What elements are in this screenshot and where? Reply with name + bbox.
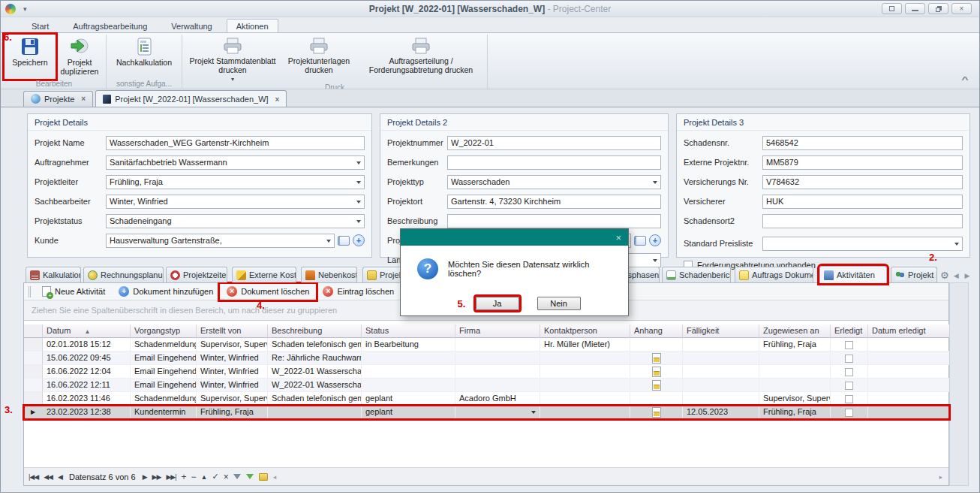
attachment-icon[interactable] [652, 380, 661, 391]
tab-schadenberichte[interactable]: Schadenberichte [662, 267, 731, 282]
tab-externe-kosten[interactable]: Externe Kosten [232, 267, 296, 282]
table-row[interactable]: 16.02.2023 11:46 Schadenmeldung Supervis… [24, 392, 949, 406]
ja-button[interactable]: Ja [476, 297, 519, 310]
attachment-icon[interactable] [652, 367, 661, 377]
tab-scroll-right-icon[interactable]: ▶ [965, 272, 970, 279]
schadensnr-input[interactable]: 5468542 [762, 136, 963, 150]
filter-panel-icon[interactable] [259, 473, 268, 481]
add-icon[interactable]: + [649, 234, 661, 246]
erledigt-checkbox[interactable] [845, 409, 853, 417]
cell-firma[interactable]: Acadoro GmbH [455, 392, 540, 406]
dialog-close-icon[interactable]: × [615, 233, 621, 243]
tab-projekt-k[interactable]: Projekt K [891, 267, 937, 282]
eintrag-loeschen-button[interactable]: ×Eintrag löschen [316, 284, 401, 300]
app-icon[interactable] [5, 4, 16, 14]
cell-anhang[interactable] [630, 365, 683, 379]
col-header-erledigt[interactable]: Erledigt [831, 324, 868, 338]
externe-projektnr-input[interactable]: MM5879 [762, 155, 963, 170]
neue-aktivitaet-button[interactable]: +Neue Aktivität [35, 284, 112, 300]
cell-faelligkeit[interactable] [683, 338, 759, 352]
stammdatenblatt-drucken-button[interactable]: Projekt Stammdatenblatt drucken ▾ [185, 35, 281, 83]
cell-anhang[interactable] [630, 379, 683, 392]
col-header-kontaktperson[interactable]: Kontaktperson [540, 324, 630, 338]
cell-kontaktperson[interactable] [540, 352, 630, 365]
cell-erstellt-von[interactable]: Winter, Winfried [197, 379, 268, 392]
speichern-button[interactable]: Speichern [5, 35, 56, 79]
projektstatus-combo[interactable]: Schadeneingang [106, 214, 365, 228]
cell-faelligkeit[interactable] [683, 392, 759, 406]
cell-status[interactable] [362, 379, 455, 392]
cell-zugewiesen-an[interactable] [759, 352, 831, 365]
cell-erledigt[interactable] [831, 406, 868, 419]
projektort-input[interactable]: Gartenstr. 4, 73230 Kirchheim [447, 195, 661, 209]
cell-zugewiesen-an[interactable]: Frühling, Fraja [759, 406, 831, 419]
cell-beschreibung[interactable]: Schaden telefonisch gemeldet [268, 392, 362, 406]
tab-projektzeiten[interactable]: Projektzeiten [166, 267, 227, 282]
tab-kalkulation[interactable]: Kalkulation [26, 267, 81, 282]
table-row[interactable]: 15.06.2022 09:45 Email Eingehend Winter,… [24, 352, 949, 365]
cell-datum[interactable]: 16.02.2023 11:46 [43, 392, 131, 406]
chevron-down-icon[interactable] [531, 411, 536, 416]
close-button[interactable]: × [951, 3, 972, 14]
projekt-duplizieren-button[interactable]: Projekt duplizieren [56, 35, 104, 79]
cell-faelligkeit[interactable] [683, 379, 759, 392]
projekt-name-input[interactable]: Wasserschaden_WEG Gartenstr-Kirchheim [106, 136, 365, 150]
restore-button[interactable] [928, 3, 948, 14]
cell-kontaktperson[interactable] [540, 379, 630, 392]
cell-anhang[interactable] [630, 392, 683, 406]
auftragserteilung-drucken-button[interactable]: Auftragserteilung / Forderungsabtretung … [357, 35, 485, 83]
col-header-firma[interactable]: Firma [455, 324, 540, 338]
cell-firma[interactable] [455, 365, 540, 379]
cell-datum-erledigt[interactable] [868, 406, 949, 419]
cell-datum-erledigt[interactable] [868, 338, 949, 352]
cell-firma[interactable] [455, 352, 540, 365]
cell-datum[interactable]: 15.06.2022 09:45 [43, 352, 131, 365]
table-row[interactable]: 16.06.2022 12:11 Email Eingehend Winter,… [24, 379, 949, 392]
cell-status[interactable] [362, 365, 455, 379]
ribbon-tab-verwaltung[interactable]: Verwaltung [161, 19, 221, 32]
nav-delete-icon[interactable]: − [191, 472, 196, 482]
nav-next-page-icon[interactable]: ▶▶ [152, 473, 161, 481]
cell-datum-erledigt[interactable] [868, 352, 949, 365]
nein-button[interactable]: Nein [537, 297, 581, 310]
erledigt-checkbox[interactable] [845, 395, 853, 403]
cell-erledigt[interactable] [831, 392, 868, 406]
cell-vorgangstyp[interactable]: Email Eingehend [131, 352, 197, 365]
nav-prev-page-icon[interactable]: ◀◀ [44, 473, 53, 481]
chevron-down-icon[interactable] [356, 220, 361, 225]
dialog-title-bar[interactable]: × [401, 229, 628, 246]
schadensort2-input[interactable] [762, 214, 963, 228]
chevron-down-icon[interactable] [653, 181, 657, 186]
standard-preisliste-combo[interactable] [762, 237, 963, 251]
erledigt-checkbox[interactable] [845, 355, 853, 363]
chevron-down-icon[interactable] [653, 259, 657, 264]
cell-beschreibung[interactable]: Re: Jährliche Rauchwarnmelderwar [268, 352, 362, 365]
cell-vorgangstyp[interactable]: Schadenmeldung [131, 392, 197, 406]
cell-kontaktperson[interactable] [540, 406, 630, 419]
table-row-selected[interactable]: ▶ 23.02.2023 12:38 Kundentermin Frühling… [24, 406, 949, 419]
tab-scroll-left-icon[interactable]: ◀ [954, 272, 959, 279]
cell-anhang[interactable] [630, 352, 683, 365]
cell-kontaktperson[interactable]: Hr. Müller (Mieter) [540, 338, 630, 352]
erledigt-checkbox[interactable] [845, 341, 853, 349]
chevron-down-icon[interactable] [326, 240, 331, 245]
erledigt-checkbox[interactable] [845, 368, 853, 376]
cell-zugewiesen-an[interactable] [759, 379, 831, 392]
col-header-beschreibung[interactable]: Beschreibung [268, 324, 362, 338]
cell-beschreibung[interactable] [268, 406, 362, 419]
cell-status[interactable]: in Bearbeitung [362, 338, 455, 352]
table-row[interactable]: 16.06.2022 12:04 Email Eingehend Winter,… [24, 365, 949, 379]
cell-status[interactable] [362, 352, 455, 365]
col-header-zugewiesen-an[interactable]: Zugewiesen an [759, 324, 831, 338]
cell-status[interactable]: geplant [362, 406, 455, 419]
toolbar-grip[interactable] [29, 286, 32, 297]
cell-erstellt-von[interactable]: Winter, Winfried [197, 365, 268, 379]
cell-vorgangstyp[interactable]: Email Eingehend [131, 365, 197, 379]
cell-beschreibung[interactable]: Schaden telefonisch gemeldet [268, 338, 362, 352]
cell-kontaktperson[interactable] [540, 392, 630, 406]
col-header-datum-erledigt[interactable]: Datum erledigt [868, 324, 949, 338]
cell-erledigt[interactable] [831, 379, 868, 392]
tab-aktivitaeten[interactable]: Aktivitäten [819, 266, 887, 283]
nachkalkulation-button[interactable]: Nachkalkulation [109, 35, 179, 79]
ribbon-tab-start[interactable]: Start [22, 19, 59, 32]
